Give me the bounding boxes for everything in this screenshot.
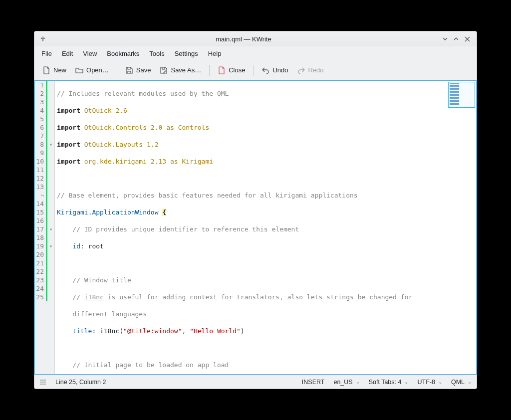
maximize-button[interactable] xyxy=(451,33,462,44)
fold-icon[interactable]: ▾ xyxy=(47,225,54,233)
toolbar-undo-label: Undo xyxy=(272,66,288,74)
toolbar-separator xyxy=(253,65,254,76)
menu-settings[interactable]: Settings xyxy=(171,48,202,59)
menu-edit[interactable]: Edit xyxy=(58,48,77,59)
folder-open-icon xyxy=(75,66,83,74)
toolbar-open-label: Open… xyxy=(86,66,109,74)
status-language[interactable]: QML⌄ xyxy=(451,379,472,386)
menu-file[interactable]: File xyxy=(37,48,56,59)
status-position[interactable]: Line 25, Column 2 xyxy=(55,379,106,386)
file-new-icon xyxy=(42,66,50,74)
save-icon xyxy=(125,66,133,74)
toolbar: New Open… Save Save As… Close Undo Redo xyxy=(34,60,477,80)
toolbar-saveas-label: Save As… xyxy=(171,66,201,74)
chevron-down-icon: ⌄ xyxy=(356,379,360,385)
toolbar-redo: Redo xyxy=(293,64,328,77)
chevron-down-icon: ⌄ xyxy=(468,379,472,385)
toolbar-save[interactable]: Save xyxy=(121,64,155,77)
wrap-indicator-icon: ↪ xyxy=(35,191,46,200)
editor[interactable]: 1 2 3 4 5 6 7 8▾ 9 10 11 12 13 ↪ 14 15 1… xyxy=(34,80,477,375)
toolbar-open[interactable]: Open… xyxy=(71,64,113,77)
toolbar-new-label: New xyxy=(53,66,66,74)
menu-tools[interactable]: Tools xyxy=(145,48,168,59)
menu-help[interactable]: Help xyxy=(204,48,226,59)
window-title: main.qml — KWrite xyxy=(47,35,440,43)
chevron-down-icon: ⌄ xyxy=(404,379,408,385)
titlebar: main.qml — KWrite xyxy=(34,31,477,46)
toolbar-close[interactable]: Close xyxy=(214,64,249,77)
toolbar-close-label: Close xyxy=(229,66,245,74)
save-as-icon xyxy=(160,66,168,74)
toolbar-undo[interactable]: Undo xyxy=(257,64,292,77)
toolbar-redo-label: Redo xyxy=(308,66,324,74)
chevron-down-icon: ⌄ xyxy=(438,379,442,385)
status-encoding[interactable]: UTF-8⌄ xyxy=(417,379,442,386)
status-locale[interactable]: en_US⌄ xyxy=(333,379,359,386)
menu-bookmarks[interactable]: Bookmarks xyxy=(103,48,143,59)
minimize-button[interactable] xyxy=(440,33,451,44)
undo-icon xyxy=(261,66,269,74)
toolbar-save-label: Save xyxy=(136,66,151,74)
toolbar-saveas[interactable]: Save As… xyxy=(156,64,205,77)
toolbar-new[interactable]: New xyxy=(38,64,70,77)
status-indent[interactable]: Soft Tabs: 4⌄ xyxy=(369,379,409,386)
code-area[interactable]: // Includes relevant modules used by the… xyxy=(55,81,476,374)
fold-icon[interactable]: ▾ xyxy=(47,242,54,250)
status-mode[interactable]: INSERT xyxy=(302,379,325,386)
statusbar: Line 25, Column 2 INSERT en_US⌄ Soft Tab… xyxy=(34,375,477,389)
menubar: File Edit View Bookmarks Tools Settings … xyxy=(34,46,477,60)
pin-icon[interactable] xyxy=(38,36,47,42)
document-close-icon xyxy=(218,66,226,74)
close-button[interactable] xyxy=(462,33,473,44)
line-endings-icon[interactable] xyxy=(39,379,46,385)
menu-view[interactable]: View xyxy=(79,48,101,59)
fold-icon[interactable]: ▾ xyxy=(47,140,54,149)
kwrite-window: main.qml — KWrite File Edit View Bookmar… xyxy=(34,31,477,389)
redo-icon xyxy=(297,66,305,74)
minimap[interactable] xyxy=(448,82,475,108)
gutter[interactable]: 1 2 3 4 5 6 7 8▾ 9 10 11 12 13 ↪ 14 15 1… xyxy=(35,81,55,374)
toolbar-separator xyxy=(117,65,117,76)
toolbar-separator xyxy=(209,65,210,76)
